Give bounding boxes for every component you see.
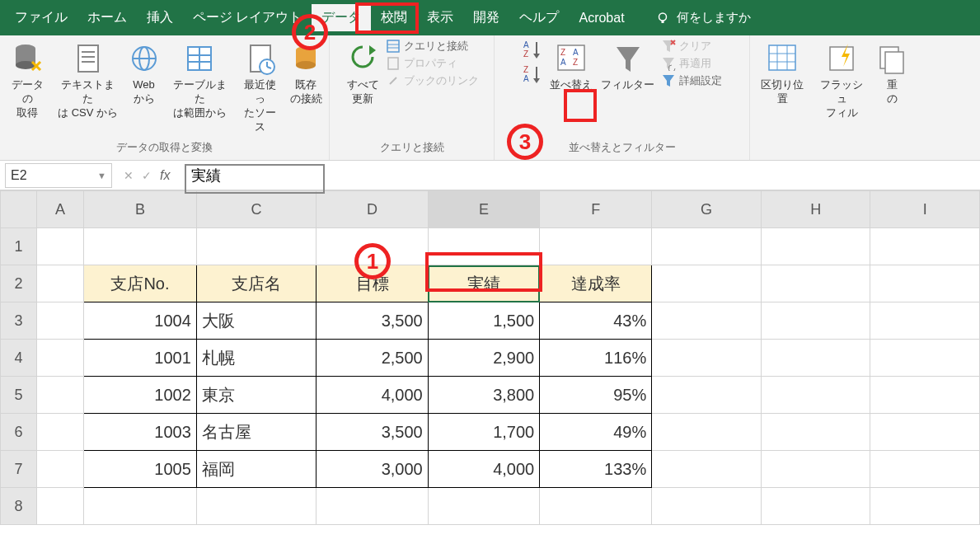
tab-home[interactable]: ホーム [77, 4, 137, 31]
sort-asc-button[interactable]: AZ [522, 39, 543, 60]
cell-f6[interactable]: 49% [540, 414, 652, 451]
cell-f7[interactable]: 133% [540, 451, 652, 488]
cancel-icon[interactable]: ✕ [124, 169, 134, 182]
worksheet: A B C D E F G H I 1 2 支店No. 支店名 目標 実績 達成… [0, 190, 980, 525]
cell-d3[interactable]: 3,500 [317, 302, 428, 340]
cell-e7[interactable]: 4,000 [428, 451, 539, 488]
queries-connections-button[interactable]: クエリと接続 [386, 39, 479, 54]
cell-e4[interactable]: 2,900 [428, 340, 539, 377]
svg-rect-55 [885, 52, 903, 73]
row-header-7[interactable]: 7 [1, 451, 37, 488]
tab-page-layout[interactable]: ページ レイアウト [183, 4, 312, 31]
cell-c3[interactable]: 大阪 [196, 302, 316, 340]
row-header-3[interactable]: 3 [1, 302, 37, 340]
properties-button[interactable]: プロパティ [386, 56, 479, 71]
edit-links-button[interactable]: ブックのリンク [386, 73, 479, 88]
reapply-button[interactable]: 再適用 [661, 56, 722, 71]
tab-view[interactable]: 表示 [417, 4, 463, 31]
svg-text:A: A [573, 48, 579, 57]
cell-e2[interactable]: 実績 [428, 265, 539, 302]
row-header-5[interactable]: 5 [1, 377, 37, 414]
cell-f4[interactable]: 116% [540, 340, 652, 377]
cell-f3[interactable]: 43% [540, 302, 652, 340]
col-header-i[interactable]: I [870, 191, 980, 228]
col-header-f[interactable]: F [540, 191, 652, 228]
tab-insert[interactable]: 挿入 [137, 4, 183, 31]
tab-acrobat[interactable]: Acrobat [569, 6, 634, 30]
col-header-b[interactable]: B [84, 191, 197, 228]
tab-file[interactable]: ファイル [5, 4, 77, 31]
queries-label: クエリと接続 [404, 39, 468, 54]
ribbon-group-get-transform: データの 取得 テキストまた は CSV から Web から テーブルまた は範… [0, 35, 330, 160]
cell-d6[interactable]: 3,500 [317, 414, 428, 451]
tab-help[interactable]: ヘルプ [509, 4, 569, 31]
cell-b6[interactable]: 1003 [84, 414, 197, 451]
refresh-icon [346, 40, 379, 77]
sort-dialog-icon: ZAAZ [555, 40, 588, 77]
sort-button[interactable]: ZAAZ 並べ替え [548, 39, 594, 94]
text-to-columns-button[interactable]: 区切り位置 [755, 39, 809, 108]
col-header-c[interactable]: C [196, 191, 316, 228]
row-header-8[interactable]: 8 [1, 488, 37, 525]
col-header-a[interactable]: A [36, 191, 83, 228]
menu-bar: ファイル ホーム 挿入 ページ レイアウト データ 校閲 表示 開発 ヘルプ A… [0, 0, 980, 35]
formula-input[interactable] [185, 163, 980, 188]
cell-b5[interactable]: 1002 [84, 377, 197, 414]
cell-d7[interactable]: 3,000 [317, 451, 428, 488]
name-box[interactable]: E2 ▼ [5, 163, 112, 188]
tell-me[interactable]: 何をしますか [655, 10, 751, 26]
cell-f2[interactable]: 達成率 [540, 265, 652, 302]
cell-e6[interactable]: 1,700 [428, 414, 539, 451]
col-header-d[interactable]: D [317, 191, 428, 228]
row-header-4[interactable]: 4 [1, 340, 37, 377]
cell-e5[interactable]: 3,800 [428, 377, 539, 414]
cell-c2[interactable]: 支店名 [196, 265, 316, 302]
cell-d4[interactable]: 2,500 [317, 340, 428, 377]
cell-c7[interactable]: 福岡 [196, 451, 316, 488]
from-table-button[interactable]: テーブルまた は範囲から [167, 39, 233, 122]
refresh-all-button[interactable]: すべて 更新 [345, 39, 381, 108]
cell-f5[interactable]: 95% [540, 377, 652, 414]
col-header-g[interactable]: G [652, 191, 762, 228]
remove-duplicates-button[interactable]: 重 の [874, 39, 910, 108]
reapply-icon [661, 56, 676, 71]
recent-sources-button[interactable]: 最近使っ たソース [237, 39, 283, 136]
cell-c5[interactable]: 東京 [196, 377, 316, 414]
cell-b3[interactable]: 1004 [84, 302, 197, 340]
cell-b4[interactable]: 1001 [84, 340, 197, 377]
cell-d5[interactable]: 4,000 [317, 377, 428, 414]
select-all-corner[interactable] [1, 191, 37, 228]
tab-review[interactable]: 校閲 [371, 4, 417, 31]
tab-data[interactable]: データ [312, 4, 371, 31]
cell-b2[interactable]: 支店No. [84, 265, 197, 302]
grid[interactable]: A B C D E F G H I 1 2 支店No. 支店名 目標 実績 達成… [0, 190, 980, 525]
advanced-filter-button[interactable]: 詳細設定 [661, 73, 722, 88]
flash-fill-button[interactable]: フラッシュ フィル [814, 39, 869, 122]
from-csv-button[interactable]: テキストまた は CSV から [55, 39, 121, 122]
filter-button[interactable]: フィルター [599, 39, 656, 94]
row-header-6[interactable]: 6 [1, 414, 37, 451]
col-header-h[interactable]: H [761, 191, 870, 228]
from-web-button[interactable]: Web から [126, 39, 162, 108]
chevron-down-icon[interactable]: ▼ [97, 171, 106, 181]
cell-e3[interactable]: 1,500 [428, 302, 539, 340]
tab-developer[interactable]: 開発 [463, 4, 509, 31]
advanced-label: 詳細設定 [679, 73, 722, 88]
col-header-e[interactable]: E [428, 191, 539, 228]
cell-c6[interactable]: 名古屋 [196, 414, 316, 451]
enter-icon[interactable]: ✓ [142, 169, 152, 182]
get-data-button[interactable]: データの 取得 [5, 39, 50, 122]
existing-connections-button[interactable]: 既存 の接続 [288, 39, 324, 108]
from-web-label: Web から [133, 78, 155, 106]
recent-sources-label: 最近使っ たソース [239, 78, 281, 134]
row-header-2[interactable]: 2 [1, 265, 37, 302]
clear-filter-button[interactable]: クリア [661, 39, 722, 54]
sort-desc-button[interactable]: ZA [522, 63, 543, 85]
cell-c4[interactable]: 札幌 [196, 340, 316, 377]
row-header-1[interactable]: 1 [1, 228, 37, 265]
recent-icon [244, 40, 277, 77]
ribbon-group-sort-filter: AZ ZA ZAAZ 並べ替え フィルター クリア [495, 35, 750, 160]
cell-b7[interactable]: 1005 [84, 451, 197, 488]
cell-d2[interactable]: 目標 [317, 265, 428, 302]
fx-icon[interactable]: fx [160, 168, 170, 183]
